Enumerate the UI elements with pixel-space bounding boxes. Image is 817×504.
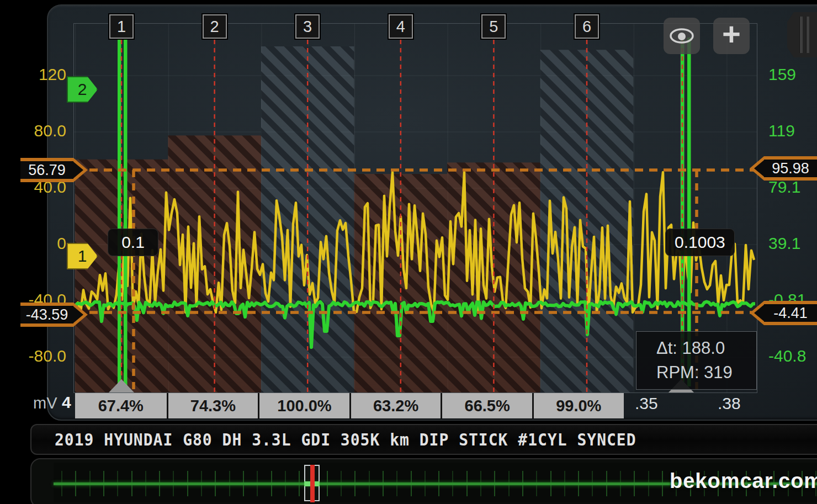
compression-percent-cyl2: 74.3% [167, 393, 258, 418]
cursor-value-right-bottom[interactable]: -4.41 [764, 301, 817, 325]
minimap-position-cursor[interactable] [310, 465, 315, 502]
compression-percent-cyl5: 66.5% [441, 393, 532, 418]
cylinder-marker-1[interactable]: 1 [109, 14, 134, 39]
watermark: bekomcar.com [670, 469, 817, 493]
delta-info-box: Δt: 188.0 RPM: 319 [636, 331, 757, 390]
left-axis-label: 0 [13, 234, 66, 253]
session-title: 2019 HYUNDAI G80 DH 3.3L GDI 305K km DIP… [55, 429, 636, 449]
right-axis-label: 39.1 [768, 234, 800, 253]
cursor-value-right-bottom-arrow-inner [754, 305, 764, 321]
compression-percent-cyl1: 67.4% [75, 393, 167, 418]
cursor-value-left-top[interactable]: 56.79 [20, 158, 73, 182]
side-drawer-handle[interactable] [787, 12, 817, 57]
x-axis-label: .38 [718, 394, 741, 413]
cursor-value-right-top[interactable]: 95.98 [764, 156, 817, 181]
cursor-value-right-top-arrow-inner [754, 160, 764, 177]
cylinder-marker-4[interactable]: 4 [389, 14, 413, 39]
cylinder-marker-6[interactable]: 6 [575, 14, 599, 39]
cursor-value-left-bottom[interactable]: -43.59 [20, 303, 73, 327]
session-title-bar[interactable]: 2019 HYUNDAI G80 DH 3.3L GDI 305K km DIP… [30, 424, 817, 455]
cylinder-marker-3[interactable]: 3 [295, 14, 320, 39]
cyl1-sync-spike-1 [118, 38, 121, 386]
left-axis-label: 80.0 [13, 121, 66, 140]
add-channel-button[interactable]: + [713, 18, 750, 54]
left-axis-label: -80.0 [13, 347, 66, 365]
cursor-value-left-top-arrow-inner [73, 162, 83, 178]
minimap-viewport[interactable] [304, 465, 320, 501]
delta-t-value: Δt: 188.0 [656, 338, 756, 358]
cylinder-marker-2[interactable]: 2 [203, 14, 227, 39]
cylinder-marker-5[interactable]: 5 [481, 14, 506, 39]
right-axis-label: 159 [768, 65, 796, 84]
left-axis-label: 120 [13, 65, 66, 84]
right-axis-label: 79.1 [768, 178, 800, 197]
handle-ridge [799, 17, 803, 53]
plus-icon: + [722, 18, 741, 50]
compression-percent-cyl4: 63.2% [349, 393, 441, 418]
handle-ridge [806, 17, 809, 53]
rpm-value: RPM: 319 [656, 363, 756, 383]
right-axis-label: 119 [768, 121, 795, 140]
eye-icon [669, 27, 694, 45]
time-cursor-tooltip-1[interactable]: 0.1 [108, 229, 158, 256]
visibility-button[interactable] [664, 18, 700, 54]
time-cursor-tooltip-2[interactable]: 0.1003 [665, 229, 735, 256]
compression-percent-cyl6: 99.0% [532, 393, 624, 418]
right-axis-label: -40.8 [768, 347, 806, 365]
cursor-value-left-bottom-arrow-inner [73, 306, 83, 323]
x-axis-label-partial: 4 [62, 393, 71, 412]
y-axis-unit: mV [33, 394, 57, 412]
compression-percent-row: 67.4%74.3%100.0%63.2%66.5%99.0% [75, 393, 624, 418]
cyl1-sync-spike-1 [124, 38, 128, 386]
x-axis-label: .35 [635, 394, 658, 413]
compression-percent-cyl3: 100.0% [258, 393, 349, 418]
